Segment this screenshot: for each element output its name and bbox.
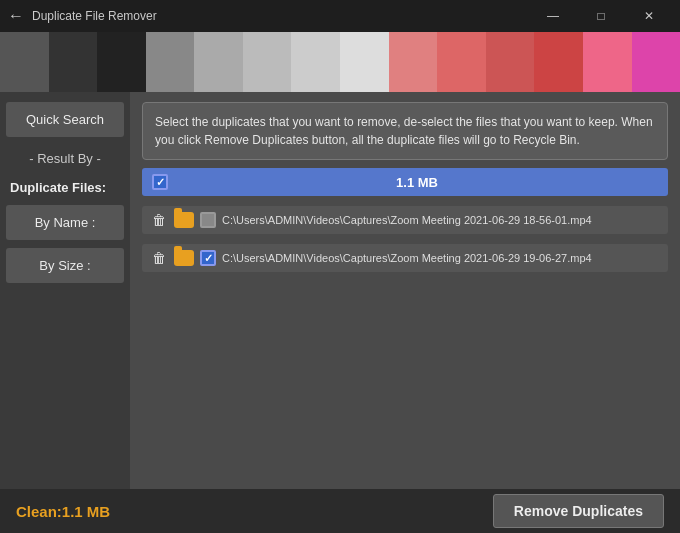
group-checkbox[interactable] [152, 174, 168, 190]
sidebar: Quick Search - Result By - Duplicate Fil… [0, 92, 130, 489]
info-text: Select the duplicates that you want to r… [155, 115, 653, 147]
group-size: 1.1 MB [176, 175, 658, 190]
title-bar-left: ← Duplicate File Remover [8, 7, 157, 25]
bottom-bar: Clean:1.1 MB Remove Duplicates [0, 489, 680, 533]
trash-icon[interactable]: 🗑 [150, 211, 168, 229]
banner-block-10 [437, 32, 486, 92]
banner-block-6 [243, 32, 292, 92]
clean-status: Clean:1.1 MB [16, 503, 110, 520]
banner-block-12 [534, 32, 583, 92]
clean-label-text: Clean: [16, 503, 62, 520]
banner-block-11 [486, 32, 535, 92]
by-size-button[interactable]: By Size : [6, 248, 124, 283]
by-name-button[interactable]: By Name : [6, 205, 124, 240]
banner-block-1 [0, 32, 49, 92]
folder-icon[interactable] [174, 250, 194, 266]
info-box: Select the duplicates that you want to r… [142, 102, 668, 160]
trash-icon[interactable]: 🗑 [150, 249, 168, 267]
banner-block-13 [583, 32, 632, 92]
remove-duplicates-button[interactable]: Remove Duplicates [493, 494, 664, 528]
table-row: 🗑 C:\Users\ADMIN\Videos\Captures\Zoom Me… [142, 206, 668, 234]
banner-block-8 [340, 32, 389, 92]
file-path-1: C:\Users\ADMIN\Videos\Captures\Zoom Meet… [222, 214, 660, 226]
content-area: Select the duplicates that you want to r… [130, 92, 680, 489]
banner-block-14 [632, 32, 680, 92]
banner [0, 32, 680, 92]
result-by-label: - Result By - [0, 143, 130, 170]
back-button[interactable]: ← [8, 7, 24, 25]
window-controls: — □ ✕ [530, 0, 672, 32]
banner-block-9 [389, 32, 438, 92]
banner-block-2 [49, 32, 98, 92]
minimize-button[interactable]: — [530, 0, 576, 32]
folder-icon[interactable] [174, 212, 194, 228]
window-title: Duplicate File Remover [32, 9, 157, 23]
banner-block-5 [194, 32, 243, 92]
banner-block-4 [146, 32, 195, 92]
group-header[interactable]: 1.1 MB [142, 168, 668, 196]
main-layout: Quick Search - Result By - Duplicate Fil… [0, 92, 680, 489]
clean-size: 1.1 MB [62, 503, 110, 520]
file-checkbox-1[interactable] [200, 212, 216, 228]
banner-block-7 [291, 32, 340, 92]
file-checkbox-2[interactable] [200, 250, 216, 266]
title-bar: ← Duplicate File Remover — □ ✕ [0, 0, 680, 32]
quick-search-button[interactable]: Quick Search [6, 102, 124, 137]
file-path-2: C:\Users\ADMIN\Videos\Captures\Zoom Meet… [222, 252, 660, 264]
duplicate-files-label: Duplicate Files: [0, 174, 130, 199]
table-row: 🗑 C:\Users\ADMIN\Videos\Captures\Zoom Me… [142, 244, 668, 272]
maximize-button[interactable]: □ [578, 0, 624, 32]
close-button[interactable]: ✕ [626, 0, 672, 32]
banner-block-3 [97, 32, 146, 92]
